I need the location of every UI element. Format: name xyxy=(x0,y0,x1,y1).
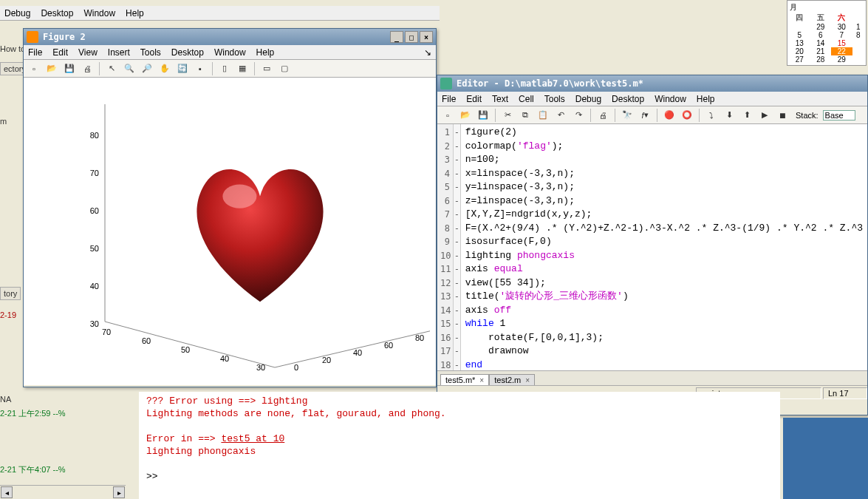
find-icon[interactable]: 🔭 xyxy=(620,108,635,123)
howto-label: How to xyxy=(0,44,25,53)
figure-titlebar[interactable]: Figure 2 _ □ × xyxy=(24,29,436,45)
ed-menu-desktop[interactable]: Desktop xyxy=(612,94,644,104)
print-icon[interactable]: 🖨 xyxy=(80,61,95,76)
save-icon[interactable]: 💾 xyxy=(62,61,77,76)
ed-menu-tools[interactable]: Tools xyxy=(544,94,565,104)
pointer-icon[interactable]: ↖ xyxy=(104,61,119,76)
heart-surface xyxy=(175,152,345,314)
status-position: Ln 17 xyxy=(823,387,867,399)
dock-icon[interactable]: ▭ xyxy=(259,61,274,76)
save-file-icon[interactable]: 💾 xyxy=(476,108,491,123)
breakpoint-set-icon[interactable]: 🔴 xyxy=(662,108,677,123)
date-entry: 2-19 xyxy=(0,310,16,319)
command-window[interactable]: ??? Error using ==> lighting Lighting me… xyxy=(139,392,780,499)
paste-icon[interactable]: 📋 xyxy=(536,108,550,123)
breakpoint-column[interactable]: ------------------ xyxy=(454,124,461,370)
error-link[interactable]: test5 at 10 xyxy=(221,433,284,444)
tab-test2[interactable]: test2.m × xyxy=(489,374,535,385)
cut-icon[interactable]: ✂ xyxy=(500,108,515,123)
copy-icon[interactable]: ⧉ xyxy=(518,108,533,123)
close-button[interactable]: × xyxy=(420,31,433,43)
error-line-1: ??? Error using ==> lighting xyxy=(146,395,773,407)
step-icon[interactable]: ⤵ xyxy=(704,108,719,123)
error-line-2: Lighting methods are none, flat, gouraud… xyxy=(146,407,773,420)
scroll-right-icon[interactable]: ▸ xyxy=(113,486,125,498)
legend-icon[interactable]: ▦ xyxy=(235,61,250,76)
maximize-button[interactable]: □ xyxy=(405,31,418,43)
fig-menu-help[interactable]: Help xyxy=(256,47,275,58)
breakpoint-clear-icon[interactable]: ⭕ xyxy=(680,108,694,123)
calendar-month: 月 xyxy=(789,2,864,13)
error-line-3: Error in ==> test5 at 10 xyxy=(146,432,773,445)
fig-menu-insert[interactable]: Insert xyxy=(108,47,130,58)
open-icon[interactable]: 📂 xyxy=(44,61,59,76)
stack-label: Stack: xyxy=(796,111,819,120)
command-prompt[interactable]: >> xyxy=(146,470,773,483)
editor-tabbar: test5.m* × test2.m × xyxy=(437,370,867,385)
undock-icon[interactable]: ▢ xyxy=(277,61,292,76)
print-icon[interactable]: 🖨 xyxy=(595,108,610,123)
continue-icon[interactable]: ▶ xyxy=(757,108,772,123)
history-tab[interactable]: tory xyxy=(0,287,21,300)
ed-menu-cell[interactable]: Cell xyxy=(519,94,534,104)
zoom-in-icon[interactable]: 🔍 xyxy=(122,61,137,76)
figure-axes[interactable]: 80 70 60 50 40 30 70 60 50 40 30 0 20 40… xyxy=(24,78,436,385)
figure-window: Figure 2 _ □ × File Edit View Insert Too… xyxy=(23,28,437,387)
na-label: NA xyxy=(0,395,11,404)
line-gutter: 123456789101112131415161718 xyxy=(437,124,454,370)
menu-desktop[interactable]: Desktop xyxy=(41,8,73,18)
history-entry-1[interactable]: 2-21 上午2:59 --% xyxy=(0,408,66,419)
pan-icon[interactable]: ✋ xyxy=(157,61,172,76)
menu-debug[interactable]: Debug xyxy=(4,8,30,18)
redo-icon[interactable]: ↷ xyxy=(571,108,586,123)
new-icon[interactable]: ▫ xyxy=(27,61,41,76)
ed-menu-file[interactable]: File xyxy=(442,94,456,104)
zoom-out-icon[interactable]: 🔎 xyxy=(140,61,154,76)
fig-menu-file[interactable]: File xyxy=(28,47,42,58)
open-file-icon[interactable]: 📂 xyxy=(458,108,473,123)
step-out-icon[interactable]: ⬆ xyxy=(739,108,754,123)
editor-titlebar[interactable]: Editor - D:\matlab7.0\work\test5.m* xyxy=(437,75,867,92)
ed-menu-window[interactable]: Window xyxy=(655,94,686,104)
history-entry-2[interactable]: 2-21 下午4:07 --% xyxy=(0,464,66,475)
editor-icon xyxy=(440,78,452,89)
matlab-icon xyxy=(27,31,38,43)
svg-point-4 xyxy=(222,184,256,208)
calendar-widget: 月 四 五 六 29301 5678 131415 202122 272829 xyxy=(787,0,867,66)
m-ext: m xyxy=(0,117,7,126)
datacursor-icon[interactable]: ▪ xyxy=(193,61,208,76)
fig-menu-desktop[interactable]: Desktop xyxy=(171,47,204,58)
editor-title: Editor - D:\matlab7.0\work\test5.m* xyxy=(457,78,643,89)
fig-menu-window[interactable]: Window xyxy=(214,47,246,58)
tab-test5[interactable]: test5.m* × xyxy=(440,374,489,385)
stack-select[interactable] xyxy=(823,110,855,120)
scroll-left-icon[interactable]: ◂ xyxy=(1,486,13,498)
fig-menu-view[interactable]: View xyxy=(78,47,98,58)
tab-close-icon[interactable]: × xyxy=(478,376,485,384)
error-line-4: lighting phongcaxis xyxy=(146,445,773,458)
ed-menu-help[interactable]: Help xyxy=(697,94,715,104)
fig-menu-edit[interactable]: Edit xyxy=(52,47,68,58)
menu-help[interactable]: Help xyxy=(126,8,144,18)
step-in-icon[interactable]: ⬇ xyxy=(722,108,737,123)
minimize-button[interactable]: _ xyxy=(390,31,403,43)
function-icon[interactable]: f▾ xyxy=(638,108,652,123)
menu-window[interactable]: Window xyxy=(83,8,115,18)
ed-menu-debug[interactable]: Debug xyxy=(575,94,601,104)
desktop-background xyxy=(783,418,868,499)
new-file-icon[interactable]: ▫ xyxy=(440,108,455,123)
rotate3d-icon[interactable]: 🔄 xyxy=(175,61,190,76)
calendar-today[interactable]: 22 xyxy=(831,47,852,55)
tab-close-icon[interactable]: × xyxy=(524,376,531,384)
ed-menu-text[interactable]: Text xyxy=(492,94,508,104)
code-area[interactable]: figure(2) colormap('flag'); n=100; x=lin… xyxy=(461,124,867,370)
stop-icon[interactable]: ⏹ xyxy=(775,108,790,123)
ed-menu-edit[interactable]: Edit xyxy=(466,94,482,104)
figure-title: Figure 2 xyxy=(43,32,86,42)
colorbar-icon[interactable]: ▯ xyxy=(217,61,232,76)
fig-menu-tools[interactable]: Tools xyxy=(140,47,161,58)
editor-body[interactable]: 123456789101112131415161718 ------------… xyxy=(437,124,867,370)
editor-window: Editor - D:\matlab7.0\work\test5.m* File… xyxy=(437,75,868,415)
hscrollbar[interactable]: ◂ ▸ xyxy=(0,485,126,498)
undo-icon[interactable]: ↶ xyxy=(553,108,568,123)
